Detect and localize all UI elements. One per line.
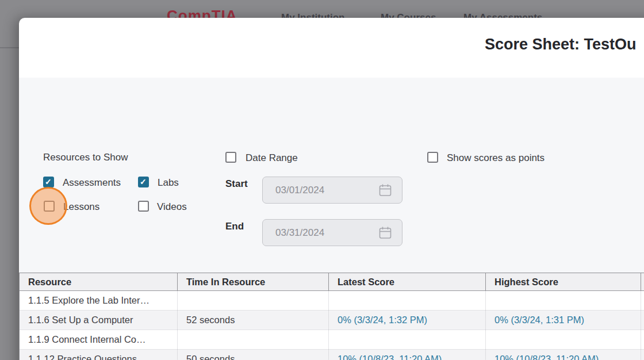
comptia-logo: CompTIA	[167, 7, 237, 18]
end-date-value: 03/31/2024	[275, 227, 379, 239]
highest-score-cell: 0% (3/3/24, 1:31 PM)	[485, 311, 641, 330]
assessments-label: Assessments	[63, 177, 121, 189]
time-cell	[177, 330, 328, 349]
show-scores-as-points-label: Show scores as points	[447, 152, 545, 164]
videos-label: Videos	[157, 201, 187, 213]
table-row: 1.1.12 Practice Questions 50 seconds 10%…	[20, 349, 644, 360]
latest-score-cell	[328, 291, 485, 310]
resource-cell: 1.1.5 Explore the Lab Inter…	[20, 291, 177, 310]
labs-checkbox[interactable]	[138, 177, 149, 187]
header-resource: Resource	[20, 273, 177, 290]
assessments-checkbox[interactable]	[43, 177, 54, 187]
modal-title: Score Sheet: TestOu	[485, 36, 637, 53]
date-range-label: Date Range	[246, 152, 298, 164]
highest-score-link[interactable]: 0% (3/3/24, 1:31 PM)	[494, 315, 584, 325]
time-cell	[177, 291, 328, 310]
filter-panel: Resources to Show Assessments Labs Lesso…	[19, 78, 644, 360]
resources-to-show-label: Resources to Show	[43, 152, 128, 163]
header-latest-score: Latest Score	[328, 273, 485, 290]
time-cell: 52 seconds	[177, 311, 328, 330]
table-row: 1.1.9 Connect Internal Co…	[20, 330, 644, 349]
show-scores-as-points-checkbox[interactable]	[427, 152, 438, 163]
header-time-in-resource: Time In Resource	[177, 273, 328, 290]
highest-score-cell	[485, 330, 641, 349]
highest-score-cell	[485, 291, 641, 310]
labs-label: Labs	[158, 177, 179, 189]
score-table: Resource Time In Resource Latest Score H…	[19, 273, 644, 360]
videos-checkbox[interactable]	[138, 201, 149, 212]
resource-cell: 1.1.6 Set Up a Computer	[20, 311, 177, 330]
page-divider-line	[0, 47, 19, 48]
nav-my-institution[interactable]: My Institution	[281, 12, 344, 18]
resource-cell: 1.1.9 Connect Internal Co…	[20, 330, 177, 349]
date-range-checkbox[interactable]	[225, 152, 236, 163]
nav-my-courses[interactable]: My Courses	[381, 12, 436, 18]
latest-score-cell: 0% (3/3/24, 1:32 PM)	[328, 311, 485, 330]
latest-score-cell: 10% (10/8/23, 11:20 AM)	[328, 350, 485, 360]
header-highest-score: Highest Score	[485, 273, 641, 290]
resource-cell: 1.1.12 Practice Questions	[20, 350, 177, 360]
highest-score-cell: 10% (10/8/23, 11:20 AM)	[485, 350, 641, 360]
score-sheet-modal: Score Sheet: TestOu Resources to Show As…	[19, 18, 644, 360]
time-cell: 50 seconds	[177, 350, 328, 360]
lessons-checkbox[interactable]	[44, 201, 55, 212]
table-row: 1.1.5 Explore the Lab Inter…	[20, 291, 644, 310]
lessons-label: Lessons	[63, 201, 99, 213]
calendar-icon	[379, 226, 392, 239]
table-row: 1.1.6 Set Up a Computer 52 seconds 0% (3…	[20, 310, 644, 330]
start-date-input: 03/01/2024	[262, 177, 402, 204]
calendar-icon	[379, 183, 392, 197]
dimmed-page-header: CompTIA My Institution My Courses My Ass…	[0, 0, 644, 18]
latest-score-link[interactable]: 0% (3/3/24, 1:32 PM)	[338, 315, 427, 325]
highest-score-link[interactable]: 10% (10/8/23, 11:20 AM)	[494, 354, 599, 360]
latest-score-link[interactable]: 10% (10/8/23, 11:20 AM)	[338, 354, 442, 360]
start-date-value: 03/01/2024	[275, 185, 379, 196]
nav-my-assessments[interactable]: My Assessments	[463, 12, 542, 18]
table-body: 1.1.5 Explore the Lab Inter… 1.1.6 Set U…	[20, 291, 644, 360]
end-date-input: 03/31/2024	[262, 219, 402, 246]
start-label: Start	[225, 178, 248, 190]
header-extra	[641, 273, 644, 290]
end-label: End	[225, 221, 244, 232]
latest-score-cell	[328, 330, 485, 349]
table-header-row: Resource Time In Resource Latest Score H…	[20, 273, 644, 291]
